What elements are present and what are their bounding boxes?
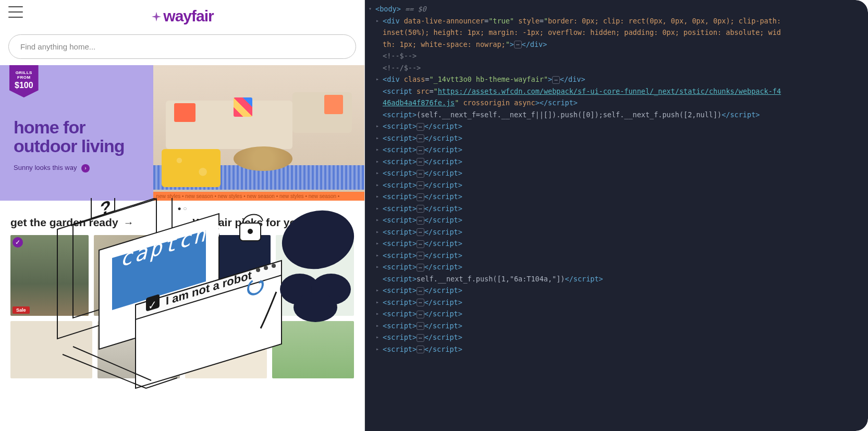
- dom-node[interactable]: <script>⋯</script>: [367, 297, 866, 309]
- garden-section: get the garden ready → ✓ Sale: [10, 216, 172, 316]
- devtools-elements-panel[interactable]: <body> == $0<div data-live-announcer="tr…: [365, 0, 868, 431]
- product-tile[interactable]: ✓ Sale: [10, 235, 89, 316]
- logo[interactable]: wayfair: [8, 7, 356, 25]
- product-tile[interactable]: [94, 235, 172, 316]
- dom-node-cont[interactable]: inset(50%); height: 1px; margin: -1px; o…: [367, 27, 866, 39]
- dom-comment[interactable]: <!--/$-->: [367, 62, 866, 74]
- header: wayfair: [0, 0, 364, 28]
- dom-node[interactable]: <script>⋯</script>: [367, 179, 866, 191]
- product-tile[interactable]: [276, 235, 354, 316]
- sale-badge: Sale: [13, 306, 30, 314]
- section-heading[interactable]: get the garden ready →: [10, 216, 172, 229]
- hero-banner[interactable]: GRILLS FROM $100 home for outdoor living…: [0, 65, 364, 201]
- arrow-right-icon: →: [123, 217, 133, 228]
- section-heading[interactable]: Wayfair picks for you →: [193, 216, 354, 229]
- hero-subtitle-link[interactable]: Sunny looks this way ›: [14, 164, 149, 173]
- search-input[interactable]: Find anything home...: [8, 34, 356, 59]
- dom-node[interactable]: <script>⋯</script>: [367, 343, 866, 355]
- dom-node[interactable]: <script>⋯</script>: [367, 167, 866, 179]
- product-tile[interactable]: ✓: [97, 321, 179, 378]
- dom-node[interactable]: <script>⋯</script>: [367, 144, 866, 156]
- dom-node[interactable]: <script>⋯</script>: [367, 191, 866, 203]
- verified-check-icon: ✓: [100, 323, 110, 334]
- brand-name: wayfair: [163, 7, 213, 24]
- carousel-dots[interactable]: ● ○: [0, 201, 364, 216]
- product-tile[interactable]: [272, 321, 354, 378]
- dom-node-cont[interactable]: th: 1px; white-space: nowrap;">⋯</div>: [367, 39, 866, 51]
- dom-node[interactable]: <script>⋯</script>: [367, 203, 866, 215]
- grills-price-badge: GRILLS FROM $100: [9, 65, 39, 97]
- dom-node[interactable]: <script>⋯</script>: [367, 120, 866, 132]
- wayfair-page: wayfair Find anything home... GRILLS FRO…: [0, 0, 365, 431]
- dom-node[interactable]: <body> == $0: [367, 3, 866, 15]
- dom-node[interactable]: <script>self.__next_f.push([1,"6a:T104a,…: [367, 273, 866, 285]
- dom-comment[interactable]: <!--$-->: [367, 50, 866, 62]
- hero-headline: home for outdoor living: [14, 118, 149, 155]
- dom-node[interactable]: <script>⋯</script>: [367, 285, 866, 297]
- dom-node[interactable]: <script>⋯</script>: [367, 261, 866, 273]
- dom-node[interactable]: <script>⋯</script>: [367, 238, 866, 250]
- dom-node[interactable]: <script>⋯</script>: [367, 214, 866, 226]
- product-tile[interactable]: [10, 321, 92, 378]
- product-tile[interactable]: [185, 321, 267, 378]
- ticker-strip: new styles • new season • new styles • n…: [153, 192, 364, 201]
- dom-node[interactable]: <script>(self.__next_f=self.__next_f||[]…: [367, 109, 866, 121]
- arrow-right-icon: ›: [81, 164, 90, 173]
- dom-node[interactable]: <script>⋯</script>: [367, 250, 866, 262]
- wayfair-pinwheel-icon: [151, 11, 162, 22]
- dom-node[interactable]: <script>⋯</script>: [367, 331, 866, 343]
- dom-node[interactable]: <script>⋯</script>: [367, 308, 866, 320]
- dom-node[interactable]: <script>⋯</script>: [367, 320, 866, 332]
- product-tile[interactable]: [193, 235, 271, 316]
- hero-image: [153, 65, 364, 201]
- dom-node-cont[interactable]: 46adb4a4f876fe.js" crossorigin async></s…: [367, 97, 866, 109]
- picks-section: Wayfair picks for you →: [193, 216, 354, 316]
- dom-node[interactable]: <script src="https://assets.wfcdn.com/we…: [367, 85, 866, 97]
- arrow-right-icon: →: [308, 217, 319, 228]
- dom-node[interactable]: <div class="_14vtt3o0 hb-theme-wayfair">…: [367, 73, 866, 85]
- dom-node[interactable]: <div data-live-announcer="true" style="b…: [367, 15, 866, 27]
- verified-check-icon: ✓: [13, 237, 23, 248]
- dom-node[interactable]: <script>⋯</script>: [367, 132, 866, 144]
- dom-node[interactable]: <script>⋯</script>: [367, 226, 866, 238]
- dom-node[interactable]: <script>⋯</script>: [367, 156, 866, 168]
- hero-text-area: GRILLS FROM $100 home for outdoor living…: [0, 65, 153, 201]
